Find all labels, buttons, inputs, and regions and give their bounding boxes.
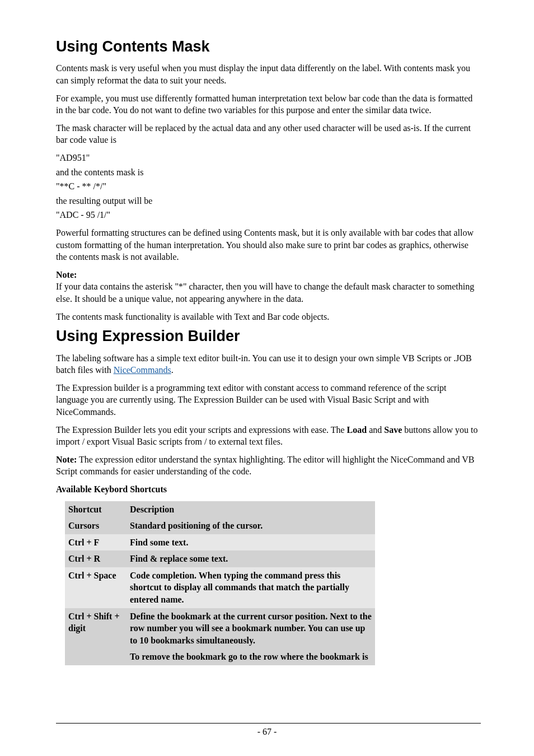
description-cell: Find & replace some text. xyxy=(127,550,375,567)
body-paragraph: Powerful formatting structures can be de… xyxy=(56,227,481,263)
column-header-description: Description xyxy=(127,501,375,518)
note-label: Note: xyxy=(56,270,77,279)
table-row: Ctrl + Space Code completion. When typin… xyxy=(65,567,375,608)
text-run: . xyxy=(171,365,174,375)
note-body: The expression editor understand the syn… xyxy=(56,455,474,477)
note-label: Note: xyxy=(56,455,77,464)
load-word: Load xyxy=(347,425,367,435)
body-paragraph: the resulting output will be xyxy=(56,195,481,207)
shortcut-cell: Ctrl + R xyxy=(65,550,127,567)
description-cell: Standard positioning of the cursor. xyxy=(127,517,375,534)
note-body: If your data contains the asterisk "*" c… xyxy=(56,282,474,304)
body-paragraph: The Expression builder is a programming … xyxy=(56,382,481,418)
body-paragraph: The Expression Builder lets you edit you… xyxy=(56,424,481,448)
body-paragraph: Contents mask is very useful when you mu… xyxy=(56,62,481,86)
description-cell: Define the bookmark at the current curso… xyxy=(127,608,375,665)
body-paragraph: For example, you must use differently fo… xyxy=(56,92,481,116)
note-block: Note: If your data contains the asterisk… xyxy=(56,269,481,305)
table-row: Ctrl + Shift + digit Define the bookmark… xyxy=(65,608,375,665)
text-run: The Expression Builder lets you edit you… xyxy=(56,425,347,435)
code-sample: "**C - ** /*/" xyxy=(56,180,481,193)
shortcut-cell: Ctrl + F xyxy=(65,534,127,551)
nicecommands-link[interactable]: NiceCommands xyxy=(114,365,171,375)
shortcut-cell: Ctrl + Shift + digit xyxy=(65,608,127,665)
description-part-2: To remove the bookmark go to the row whe… xyxy=(130,651,372,663)
table-row: Cursors Standard positioning of the curs… xyxy=(65,517,375,534)
text-run: and xyxy=(367,425,384,435)
table-header-row: Shortcut Description xyxy=(65,501,375,518)
body-paragraph: The mask character will be replaced by t… xyxy=(56,122,481,146)
shortcut-cell: Ctrl + Space xyxy=(65,567,127,608)
table-caption: Available Keybord Shortcuts xyxy=(56,483,481,496)
footer-divider xyxy=(56,723,481,724)
heading-using-expression-builder: Using Expression Builder xyxy=(56,326,481,346)
code-sample: "AD951" xyxy=(56,152,481,164)
column-header-shortcut: Shortcut xyxy=(65,501,127,518)
body-paragraph: The contents mask functionality is avail… xyxy=(56,311,481,323)
note-block: Note: The expression editor understand t… xyxy=(56,454,481,478)
shortcut-cell: Cursors xyxy=(65,517,127,534)
table-row: Ctrl + R Find & replace some text. xyxy=(65,550,375,567)
description-part-1: Define the bookmark at the current curso… xyxy=(130,610,372,647)
description-cell: Code completion. When typing the command… xyxy=(127,567,375,608)
body-paragraph: and the contents mask is xyxy=(56,166,481,179)
save-word: Save xyxy=(384,425,402,435)
shortcuts-table: Shortcut Description Cursors Standard po… xyxy=(65,501,375,666)
page-number: - 67 - xyxy=(0,726,534,738)
heading-using-contents-mask: Using Contents Mask xyxy=(56,36,481,57)
code-sample: "ADC - 95 /1/" xyxy=(56,209,481,221)
body-paragraph: The labeling software has a simple text … xyxy=(56,352,481,376)
description-cell: Find some text. xyxy=(127,534,375,551)
table-row: Ctrl + F Find some text. xyxy=(65,534,375,551)
